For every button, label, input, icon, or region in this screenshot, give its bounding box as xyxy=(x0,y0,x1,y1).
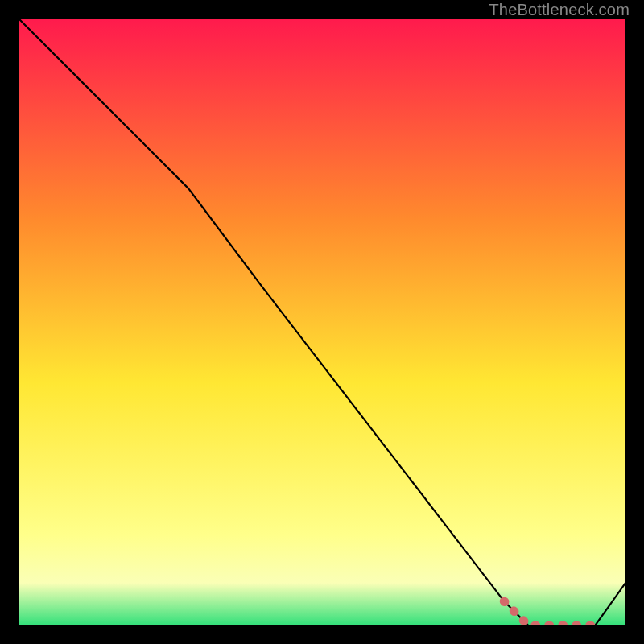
attribution-text: TheBottleneck.com xyxy=(489,1,630,19)
bottleneck-chart xyxy=(19,19,625,625)
